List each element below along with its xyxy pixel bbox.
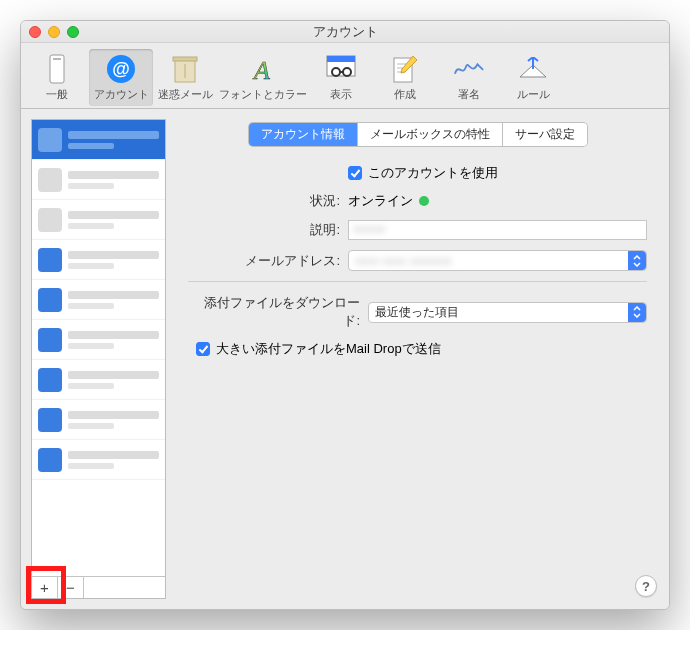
- divider: [188, 281, 647, 282]
- accounts-sidebar: + −: [31, 119, 166, 599]
- content-area: + − アカウント情報 メールボックスの特性 サーバ設定 このアカウントを使用: [21, 109, 669, 609]
- sidebar-footer: + −: [32, 576, 165, 598]
- account-row[interactable]: [32, 320, 165, 360]
- email-address-popup[interactable]: xxxx xxxx xxxxxxx: [348, 250, 647, 271]
- junk-icon: [169, 53, 201, 85]
- status-value: オンライン: [348, 192, 413, 210]
- account-row[interactable]: [32, 200, 165, 240]
- toolbar-signatures-label: 署名: [458, 87, 480, 102]
- account-icon: [38, 248, 62, 272]
- account-icon: [38, 208, 62, 232]
- toolbar-general[interactable]: 一般: [25, 49, 89, 106]
- maildrop-checkbox[interactable]: [196, 342, 210, 356]
- tab-mailbox-behaviors[interactable]: メールボックスの特性: [358, 123, 503, 146]
- download-attachments-popup[interactable]: 最近使った項目: [368, 302, 647, 323]
- toolbar-accounts[interactable]: @ アカウント: [89, 49, 153, 106]
- status-label: 状況:: [188, 192, 348, 210]
- toolbar-accounts-label: アカウント: [94, 87, 149, 102]
- composing-icon: [389, 53, 421, 85]
- account-icon: [38, 408, 62, 432]
- account-row[interactable]: [32, 240, 165, 280]
- accounts-list[interactable]: [32, 120, 165, 576]
- toolbar-signatures[interactable]: 署名: [437, 49, 501, 106]
- toolbar-fonts-label: フォントとカラー: [219, 87, 307, 102]
- account-icon: [38, 448, 62, 472]
- svg-rect-5: [173, 57, 197, 61]
- preferences-window: アカウント 一般 @ アカウント 迷惑メール A フォントとカラー: [20, 20, 670, 610]
- viewing-icon: [325, 53, 357, 85]
- toolbar-general-label: 一般: [46, 87, 68, 102]
- account-row[interactable]: [32, 440, 165, 480]
- svg-text:A: A: [252, 56, 270, 84]
- status-online-icon: [419, 196, 429, 206]
- svg-text:@: @: [112, 59, 130, 79]
- fonts-icon: A: [247, 53, 279, 85]
- toolbar-viewing-label: 表示: [330, 87, 352, 102]
- enable-account-checkbox[interactable]: [348, 166, 362, 180]
- download-attachments-label: 添付ファイルをダウンロード:: [188, 294, 368, 330]
- account-row[interactable]: [32, 120, 165, 160]
- account-info-form: このアカウントを使用 状況: オンライン 説明: xxxxx: [188, 164, 647, 358]
- account-icon: [38, 288, 62, 312]
- toolbar-composing-label: 作成: [394, 87, 416, 102]
- toolbar-rules[interactable]: ルール: [501, 49, 565, 106]
- general-icon: [41, 53, 73, 85]
- toolbar-viewing[interactable]: 表示: [309, 49, 373, 106]
- account-row[interactable]: [32, 360, 165, 400]
- window-title: アカウント: [21, 23, 669, 41]
- tab-account-info[interactable]: アカウント情報: [249, 123, 358, 146]
- account-icon: [38, 168, 62, 192]
- signatures-icon: [453, 53, 485, 85]
- toolbar-rules-label: ルール: [517, 87, 550, 102]
- rules-icon: [517, 53, 549, 85]
- titlebar: アカウント: [21, 21, 669, 43]
- maildrop-label: 大きい添付ファイルをMail Dropで送信: [216, 340, 441, 358]
- account-icon: [38, 328, 62, 352]
- detail-tabs: アカウント情報 メールボックスの特性 サーバ設定: [188, 123, 647, 146]
- account-row[interactable]: [32, 160, 165, 200]
- account-icon: [38, 128, 62, 152]
- accounts-icon: @: [105, 53, 137, 85]
- toolbar-fonts[interactable]: A フォントとカラー: [217, 49, 309, 106]
- add-account-button[interactable]: +: [32, 577, 58, 598]
- svg-rect-1: [53, 58, 61, 60]
- toolbar-junk[interactable]: 迷惑メール: [153, 49, 217, 106]
- popup-arrows-icon: [628, 251, 646, 270]
- account-detail-pane: アカウント情報 メールボックスの特性 サーバ設定 このアカウントを使用 状況:: [166, 109, 669, 609]
- toolbar-junk-label: 迷惑メール: [158, 87, 213, 102]
- svg-rect-9: [327, 56, 355, 62]
- preferences-toolbar: 一般 @ アカウント 迷惑メール A フォントとカラー 表示: [21, 43, 669, 109]
- download-attachments-value: 最近使った項目: [375, 304, 459, 321]
- description-field[interactable]: xxxxx: [348, 220, 647, 240]
- popup-arrows-icon: [628, 303, 646, 322]
- account-row[interactable]: [32, 400, 165, 440]
- tab-server-settings[interactable]: サーバ設定: [503, 123, 587, 146]
- enable-account-label: このアカウントを使用: [368, 164, 498, 182]
- description-label: 説明:: [188, 221, 348, 239]
- help-button[interactable]: ?: [635, 575, 657, 597]
- account-icon: [38, 368, 62, 392]
- remove-account-button[interactable]: −: [58, 577, 84, 598]
- email-label: メールアドレス:: [188, 252, 348, 270]
- account-row[interactable]: [32, 280, 165, 320]
- toolbar-composing[interactable]: 作成: [373, 49, 437, 106]
